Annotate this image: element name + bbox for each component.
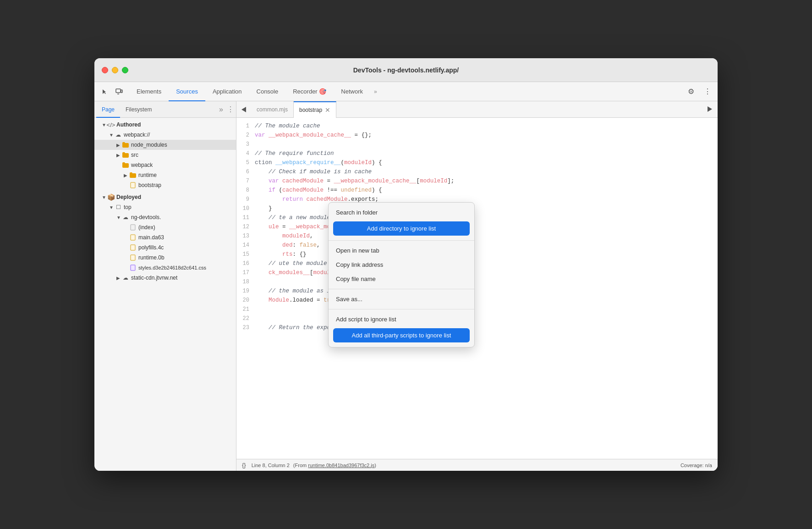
svg-marker-10 (708, 106, 712, 112)
code-line-21: 21 (236, 305, 718, 314)
settings-icon[interactable]: ⚙ (685, 85, 697, 98)
tab-application[interactable]: Application (205, 82, 249, 101)
code-line-3: 3 (236, 140, 718, 149)
source-file-link[interactable]: runtime.0b841bad3967f3c2.js (308, 463, 374, 468)
code-line-7: 7 var cachedModule = __webpack_module_ca… (236, 176, 718, 186)
runtime-file[interactable]: runtime.0b (94, 253, 236, 263)
styles-file-icon (129, 264, 137, 271)
polyfills-file[interactable]: polyfills.4c (94, 242, 236, 253)
ctx-section-3: Save as... (329, 289, 474, 309)
webpack-folder[interactable]: webpack (94, 160, 236, 170)
search-in-folder-item[interactable]: Search in folder (329, 205, 474, 220)
code-line-12: 12 ule = __webpack_module_cache__[module… (236, 222, 718, 231)
ctx-section-1: Search in folder Add directory to ignore… (329, 203, 474, 241)
sidebar-tab-page[interactable]: Page (96, 101, 120, 118)
deployed-cube-icon: 📦 (107, 193, 115, 201)
sidebar-tab-filesystem[interactable]: Filesystem (120, 101, 157, 118)
runtime-folder-icon (129, 171, 137, 179)
toolbar: Elements Sources Application Console Rec… (94, 82, 718, 101)
maximize-button[interactable] (122, 67, 128, 73)
save-as-item[interactable]: Save as... (329, 292, 474, 306)
device-icon[interactable] (113, 85, 126, 98)
coverage-text: Coverage: n/a (680, 463, 712, 468)
authored-code-icon: </> (107, 121, 115, 128)
window-title: DevTools - ng-devtools.netlify.app/ (353, 66, 459, 74)
title-bar: DevTools - ng-devtools.netlify.app/ (94, 58, 718, 82)
authored-section[interactable]: ▼ </> Authored (94, 120, 236, 130)
svg-rect-3 (131, 182, 135, 188)
format-icon[interactable]: {} (242, 462, 246, 468)
close-button[interactable] (102, 67, 108, 73)
ctx-section-4: Add script to ignore list Add all third-… (329, 309, 474, 347)
common-mjs-tab[interactable]: common.mjs (251, 101, 294, 118)
top-group[interactable]: ▼ ☐ top (94, 202, 236, 212)
minimize-button[interactable] (112, 67, 118, 73)
more-options-icon[interactable]: ⋮ (701, 85, 714, 98)
editor-tab-right-icon[interactable] (704, 105, 716, 114)
sidebar-tabs-more-icon[interactable]: » (217, 105, 225, 114)
svg-rect-7 (131, 255, 135, 260)
polyfills-file-icon (129, 244, 137, 251)
tab-sources[interactable]: Sources (169, 82, 205, 101)
add-script-ignore-item[interactable]: Add script to ignore list (329, 312, 474, 326)
traffic-lights (102, 67, 128, 73)
webpack-cloud-icon: ☁ (115, 131, 122, 138)
toolbar-right: ⚙ ⋮ (685, 85, 714, 98)
back-button[interactable] (238, 104, 249, 115)
webpack-group[interactable]: ▼ ☁ webpack:// (94, 130, 236, 140)
tab-elements[interactable]: Elements (129, 82, 169, 101)
src-folder-icon (122, 151, 129, 159)
add-directory-ignore-button[interactable]: Add directory to ignore list (333, 221, 470, 236)
deployed-section[interactable]: ▼ 📦 Deployed (94, 192, 236, 202)
bootstrap-tab[interactable]: bootstrap ✕ (294, 101, 336, 118)
deployed-arrow: ▼ (102, 195, 107, 200)
code-area[interactable]: 1 // The module cache 2 var __webpack_mo… (236, 118, 718, 459)
code-line-6: 6 // Check if module is in cache (236, 167, 718, 176)
more-tabs-icon[interactable]: » (370, 88, 381, 95)
toolbar-icons (98, 85, 126, 98)
src-folder[interactable]: ▶ src (94, 150, 236, 160)
tab-recorder[interactable]: Recorder 🎯 (285, 82, 334, 101)
static-cdn-group[interactable]: ▶ ☁ static-cdn.jtvnw.net (94, 273, 236, 283)
main-area: Page Filesystem » ⋮ ▼ </> Authored ▼ (94, 101, 718, 471)
top-arrow: ▼ (109, 205, 115, 210)
code-line-4: 4 // The require function (236, 149, 718, 158)
node-modules-folder[interactable]: ▶ node_modules (94, 140, 236, 150)
tab-console[interactable]: Console (249, 82, 286, 101)
svg-rect-4 (131, 225, 135, 230)
svg-rect-6 (131, 245, 135, 250)
node-modules-arrow: ▶ (116, 143, 122, 148)
static-cdn-cloud-icon: ☁ (122, 274, 129, 281)
cursor-icon[interactable] (98, 85, 111, 98)
editor-tabs: common.mjs bootstrap ✕ (236, 101, 718, 118)
close-tab-icon[interactable]: ✕ (325, 106, 330, 114)
cursor-position: Line 8, Column 2 (252, 463, 290, 468)
bootstrap-file-icon (129, 182, 137, 189)
tab-network[interactable]: Network (334, 82, 370, 101)
code-line-14: 14 ded: false, (236, 241, 718, 250)
code-line-20: 20 Module.loaded = true; (236, 296, 718, 305)
runtime-folder[interactable]: ▶ runtime (94, 170, 236, 180)
code-line-13: 13 moduleId, (236, 231, 718, 241)
bootstrap-file[interactable]: bootstrap (94, 180, 236, 190)
main-tabs: Elements Sources Application Console Rec… (129, 82, 685, 101)
copy-link-address-item[interactable]: Copy link address (329, 258, 474, 272)
sidebar-more-icon[interactable]: ⋮ (227, 105, 234, 114)
code-line-5: 5 ction __webpack_require__(moduleId) { (236, 158, 718, 167)
main-file[interactable]: main.da63 (94, 232, 236, 242)
code-line-19: 19 // the module as loaded (236, 287, 718, 296)
styles-file[interactable]: styles.d3e2b24618d2c641.css (94, 263, 236, 273)
static-cdn-arrow: ▶ (116, 276, 122, 281)
file-tree: ▼ </> Authored ▼ ☁ webpack:// ▶ (94, 118, 236, 471)
svg-marker-9 (241, 107, 246, 112)
sidebar-tabs: Page Filesystem » ⋮ (94, 101, 236, 118)
code-line-23: 23 // Return the exports of the module (236, 323, 718, 332)
add-all-third-party-button[interactable]: Add all third-party scripts to ignore li… (333, 328, 470, 342)
top-frame-icon: ☐ (115, 204, 122, 211)
ng-devtools-group[interactable]: ▼ ☁ ng-devtools. (94, 212, 236, 222)
copy-file-name-item[interactable]: Copy file name (329, 272, 474, 286)
open-new-tab-item[interactable]: Open in new tab (329, 243, 474, 258)
main-file-icon (129, 234, 137, 241)
index-file[interactable]: (index) (94, 222, 236, 232)
svg-rect-1 (121, 90, 122, 93)
